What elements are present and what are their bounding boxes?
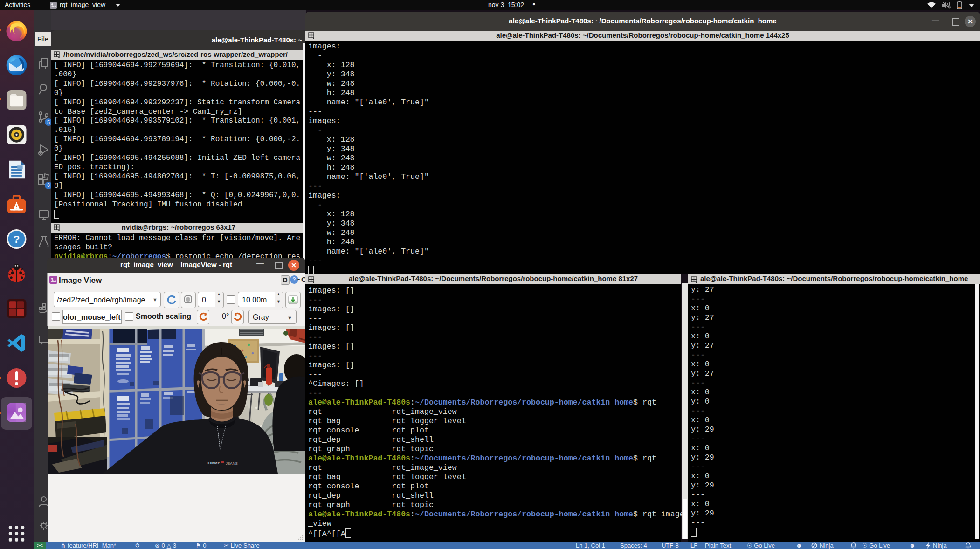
svg-text:TOMMY: TOMMY bbox=[206, 461, 220, 465]
svg-text:?: ? bbox=[14, 233, 20, 245]
svg-text:JEANS: JEANS bbox=[226, 461, 238, 466]
